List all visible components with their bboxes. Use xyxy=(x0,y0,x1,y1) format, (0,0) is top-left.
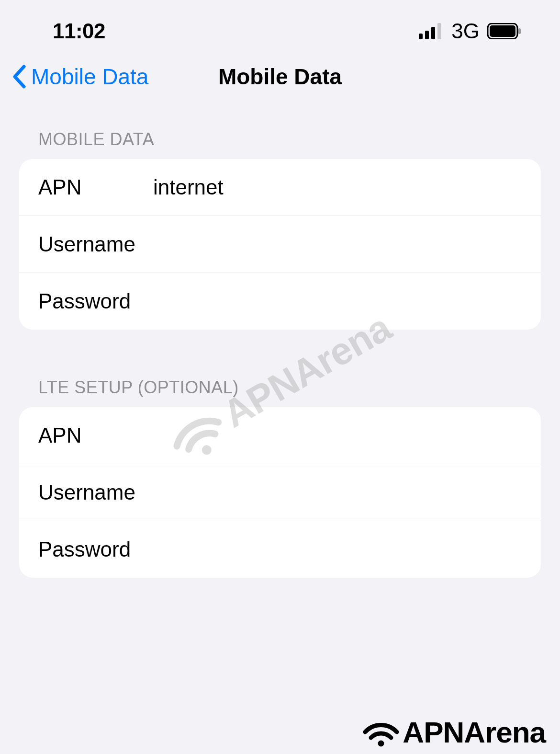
content: MOBILE DATA APN Username Password LTE SE… xyxy=(0,96,560,578)
svg-point-8 xyxy=(378,740,384,746)
battery-icon xyxy=(487,23,522,39)
apn-label: APN xyxy=(38,175,153,199)
back-label: Mobile Data xyxy=(31,64,148,90)
lte-apn-label: APN xyxy=(38,423,153,447)
svg-rect-6 xyxy=(518,28,521,34)
row-apn[interactable]: APN xyxy=(19,159,541,216)
lte-username-label: Username xyxy=(38,480,153,504)
svg-rect-0 xyxy=(419,34,423,39)
status-time: 11:02 xyxy=(53,19,105,43)
row-lte-password[interactable]: Password xyxy=(19,521,541,578)
section-group-mobile-data: APN Username Password xyxy=(19,159,541,330)
svg-rect-2 xyxy=(431,27,435,39)
password-label: Password xyxy=(38,289,153,313)
status-right: 3G xyxy=(419,19,522,43)
username-input[interactable] xyxy=(153,232,522,256)
navigation-bar: Mobile Data Mobile Data xyxy=(0,53,560,96)
row-lte-apn[interactable]: APN xyxy=(19,407,541,464)
cellular-signal-icon xyxy=(419,23,444,39)
page-title: Mobile Data xyxy=(218,64,342,90)
apn-input[interactable] xyxy=(153,175,522,199)
status-bar: 11:02 3G xyxy=(0,0,560,53)
username-label: Username xyxy=(38,232,153,256)
svg-rect-1 xyxy=(425,31,429,39)
back-button[interactable]: Mobile Data xyxy=(12,64,148,90)
row-lte-username[interactable]: Username xyxy=(19,464,541,521)
watermark-bottom: APNArena xyxy=(362,715,546,749)
watermark-bottom-text: APNArena xyxy=(403,715,546,749)
lte-apn-input[interactable] xyxy=(153,423,522,447)
password-input[interactable] xyxy=(153,289,522,313)
lte-password-input[interactable] xyxy=(153,537,522,561)
chevron-left-icon xyxy=(12,65,27,89)
section-header-lte-setup: LTE SETUP (OPTIONAL) xyxy=(19,377,541,407)
svg-rect-3 xyxy=(437,23,441,39)
section-group-lte-setup: APN Username Password xyxy=(19,407,541,578)
row-password[interactable]: Password xyxy=(19,273,541,330)
wifi-icon xyxy=(362,718,400,747)
svg-rect-5 xyxy=(490,25,515,37)
section-header-mobile-data: MOBILE DATA xyxy=(19,129,541,159)
lte-username-input[interactable] xyxy=(153,480,522,504)
network-type-label: 3G xyxy=(451,19,480,43)
lte-password-label: Password xyxy=(38,537,153,561)
row-username[interactable]: Username xyxy=(19,216,541,273)
